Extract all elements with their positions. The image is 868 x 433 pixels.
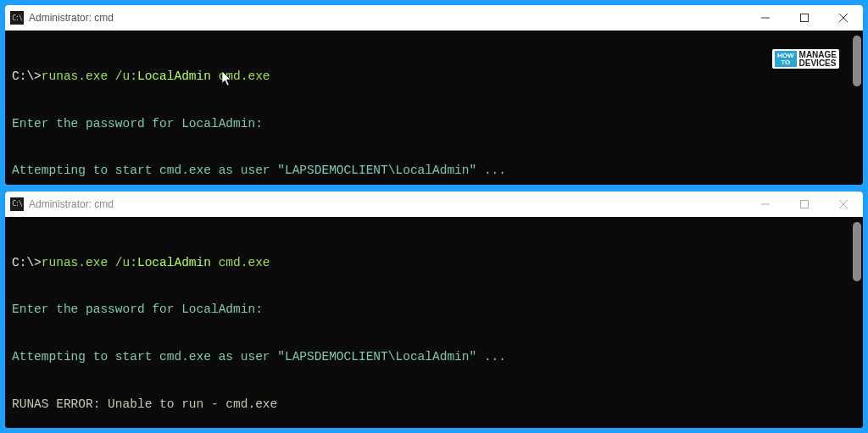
window-controls	[746, 5, 863, 31]
terminal-output[interactable]: C:\>runas.exe /u:LocalAdmin cmd.exe Ente…	[5, 217, 863, 428]
command-text: runas.exe /u:	[42, 256, 137, 269]
titlebar[interactable]: C:\ Administrator: cmd	[5, 192, 863, 217]
cmd-window-1: C:\ Administrator: cmd C:\>runas.exe /u:…	[5, 5, 863, 185]
output-line: Attempting to start cmd.exe as user "LAP…	[12, 349, 854, 365]
minimize-button[interactable]	[746, 192, 785, 217]
prompt: C:\>	[12, 69, 42, 83]
cmd-icon: C:\	[10, 11, 24, 25]
prompt: C:\>	[12, 256, 42, 269]
command-user: LocalAdmin	[137, 69, 211, 83]
cmd-window-2: C:\ Administrator: cmd C:\>runas.exe /u:…	[5, 192, 863, 428]
command-user: LocalAdmin	[137, 256, 211, 269]
window-controls	[746, 192, 863, 217]
output-line: Enter the password for LocalAdmin:	[12, 116, 854, 132]
cmd-icon: C:\	[10, 197, 24, 211]
svg-rect-5	[801, 200, 809, 208]
error-line: RUNAS ERROR: Unable to run - cmd.exe	[12, 397, 854, 413]
svg-rect-1	[801, 14, 809, 22]
watermark-logo: HOWTO MANAGEDEVICES	[772, 49, 839, 69]
titlebar[interactable]: C:\ Administrator: cmd	[5, 5, 863, 31]
scrollbar-thumb[interactable]	[853, 36, 861, 86]
close-button[interactable]	[824, 5, 863, 31]
output-line: Attempting to start cmd.exe as user "LAP…	[12, 163, 854, 179]
command-arg: cmd.exe	[211, 69, 270, 83]
command-text: runas.exe /u:	[42, 69, 137, 83]
output-line: Enter the password for LocalAdmin:	[12, 302, 854, 318]
command-arg: cmd.exe	[211, 256, 270, 269]
window-title: Administrator: cmd	[29, 198, 114, 210]
minimize-button[interactable]	[746, 5, 785, 31]
close-button[interactable]	[824, 192, 863, 217]
window-title: Administrator: cmd	[29, 12, 114, 24]
scrollbar-thumb[interactable]	[853, 222, 861, 281]
maximize-button[interactable]	[785, 5, 824, 31]
maximize-button[interactable]	[785, 192, 824, 217]
terminal-output[interactable]: C:\>runas.exe /u:LocalAdmin cmd.exe Ente…	[5, 31, 863, 185]
